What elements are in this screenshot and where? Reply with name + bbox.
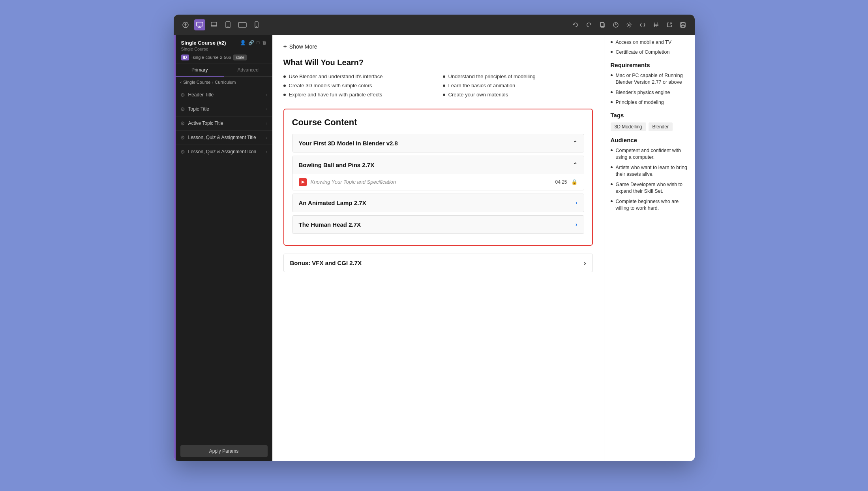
tags-title: Tags (611, 112, 688, 119)
tag-0[interactable]: 3D Modelling (611, 122, 646, 131)
settings-icon[interactable] (624, 19, 635, 30)
bullet-req-1 (611, 91, 613, 93)
phone-icon[interactable] (251, 19, 262, 30)
sidebar-item-lesson-quiz-icon[interactable]: ⚙ Lesson, Quiz & Assignment Icon › (176, 145, 272, 159)
right-item-aud-3: Complete beginners who are willing to wo… (611, 198, 688, 212)
plus-icon[interactable] (180, 19, 191, 30)
sidebar-item-label-4: Lesson, Quiz & Assignment Icon (188, 149, 263, 154)
sidebar: Single Course (#2) 👤 🔗 □ 🗑 Single Course… (176, 35, 272, 461)
nav-curriculum[interactable]: Curriculum (215, 80, 236, 85)
main-area: Single Course (#2) 👤 🔗 □ 🗑 Single Course… (174, 35, 695, 461)
bullet-cert (611, 51, 613, 53)
right-text-req-1: Blender's physics engine (616, 89, 670, 96)
learn-bullet-1 (283, 85, 286, 87)
svg-point-9 (228, 26, 229, 27)
sidebar-item-topic-title[interactable]: ⚙ Topic Title › (176, 102, 272, 117)
course-section-header-3[interactable]: The Human Head 2.7X › (292, 216, 584, 233)
user-icon[interactable]: 👤 (240, 40, 246, 45)
sidebar-item-label-1: Topic Title (188, 106, 263, 112)
undo-icon[interactable] (570, 19, 581, 30)
learn-item-1: Create 3D models with simple colors (283, 83, 433, 88)
lesson-time-0: 04:25 (555, 179, 567, 185)
bracket-icon[interactable] (637, 19, 648, 30)
svg-line-18 (654, 23, 655, 27)
toolbar (174, 15, 695, 35)
link-icon[interactable]: 🔗 (248, 40, 254, 45)
show-more-row[interactable]: + Show More (283, 43, 593, 50)
badge-id: ID (181, 55, 189, 60)
right-text-aud-1: Artists who want to learn to bring their… (616, 164, 688, 178)
sidebar-item-label-0: Header Title (188, 92, 263, 98)
copy-icon[interactable] (597, 19, 608, 30)
sidebar-subtitle: Single Course (181, 47, 267, 51)
video-play-icon (299, 178, 307, 186)
right-item-access: Access on mobile and TV (611, 39, 688, 46)
delete-icon[interactable]: 🗑 (262, 40, 267, 45)
right-item-aud-0: Competent and confident with using a com… (611, 147, 688, 161)
learn-bullet-0 (283, 75, 286, 78)
course-section-header-1[interactable]: Bowling Ball and Pins 2.7X ⌃ (292, 156, 584, 174)
widescreen-icon[interactable] (237, 19, 248, 30)
svg-point-12 (256, 26, 257, 27)
arrow-icon-0: › (266, 92, 268, 97)
nav-single-course[interactable]: Single Course (183, 80, 210, 85)
course-section-3: The Human Head 2.7X › (292, 215, 584, 234)
sidebar-title: Single Course (#2) (181, 40, 226, 46)
sidebar-action-icons: 👤 🔗 □ 🗑 (240, 40, 266, 45)
sidebar-item-lesson-quiz-title[interactable]: ⚙ Lesson, Quiz & Assignment Title › (176, 131, 272, 145)
course-content-box: Course Content Your First 3D Model In Bl… (283, 109, 593, 246)
nav-separator: / (212, 80, 213, 85)
audience-title: Audience (611, 137, 688, 143)
tablet-icon[interactable] (223, 19, 234, 30)
svg-point-17 (628, 24, 630, 26)
right-text-access: Access on mobile and TV (616, 39, 672, 46)
sidebar-nav: ‹ Single Course / Curriculum (176, 77, 272, 88)
learn-bullet-3 (443, 75, 445, 78)
learn-text-1: Create 3D models with simple colors (289, 83, 372, 88)
tab-advanced[interactable]: Advanced (224, 64, 272, 76)
course-section-2: An Animated Lamp 2.7X › (292, 194, 584, 212)
right-item-aud-1: Artists who want to learn to bring their… (611, 164, 688, 178)
svg-rect-6 (211, 22, 217, 26)
chevron-up-0: ⌃ (573, 140, 577, 146)
course-section-header-2[interactable]: An Animated Lamp 2.7X › (292, 194, 584, 212)
bullet-aud-1 (611, 166, 613, 168)
nav-back-icon[interactable]: ‹ (180, 80, 182, 85)
toolbar-right (570, 19, 688, 30)
svg-line-19 (657, 23, 657, 27)
gear-icon-0: ⚙ (180, 92, 185, 98)
sidebar-item-active-topic-title[interactable]: ⚙ Active Topic Title › (176, 117, 272, 131)
course-section-label-1: Bowling Ball and Pins 2.7X (299, 162, 375, 168)
learn-section-title: What Will You Learn? (283, 58, 593, 67)
tab-primary[interactable]: Primary (176, 64, 224, 77)
save-icon[interactable] (677, 19, 688, 30)
right-text-aud-2: Game Developers who wish to expand their… (616, 181, 688, 195)
right-text-aud-0: Competent and confident with using a com… (616, 147, 688, 161)
learn-grid: Use Blender and understand it's interfac… (283, 73, 593, 98)
gear-icon-2: ⚙ (180, 120, 185, 126)
history-icon[interactable] (610, 19, 621, 30)
apply-params-button[interactable]: Apply Params (180, 445, 268, 457)
arrow-icon-1: › (266, 107, 268, 111)
svg-rect-14 (600, 23, 604, 26)
right-item-aud-2: Game Developers who wish to expand their… (611, 181, 688, 195)
chevron-right-bonus: › (584, 260, 586, 266)
bullet-aud-3 (611, 200, 613, 202)
learn-text-0: Use Blender and understand it's interfac… (289, 73, 383, 79)
bonus-section[interactable]: Bonus: VFX and CGI 2.7X › (283, 254, 593, 272)
export-icon[interactable] (664, 19, 675, 30)
desktop-icon[interactable] (194, 19, 205, 30)
learn-bullet-2 (283, 94, 286, 96)
bullet-aud-0 (611, 149, 613, 151)
redo-icon[interactable] (583, 19, 594, 30)
duplicate-icon[interactable]: □ (257, 40, 259, 45)
chevron-up-1: ⌃ (573, 162, 577, 168)
sidebar-header: Single Course (#2) 👤 🔗 □ 🗑 Single Course… (176, 35, 272, 64)
hash-icon[interactable] (651, 19, 662, 30)
tag-1[interactable]: Blender (649, 122, 673, 131)
sidebar-item-header-title[interactable]: ⚙ Header Title › (176, 88, 272, 102)
course-section-header-0[interactable]: Your First 3D Model In Blender v2.8 ⌃ (292, 134, 584, 152)
laptop-icon[interactable] (208, 19, 219, 30)
course-section-label-3: The Human Head 2.7X (299, 221, 361, 228)
chevron-right-3: › (576, 221, 577, 228)
